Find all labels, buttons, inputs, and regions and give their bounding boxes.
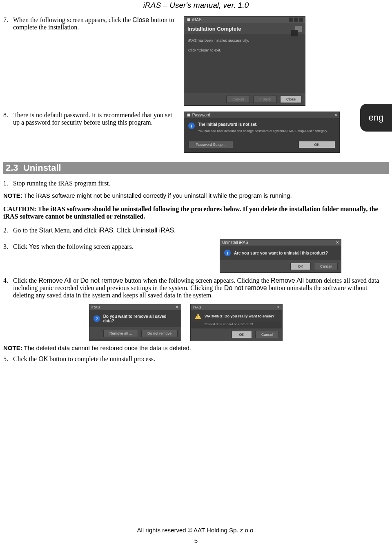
close-icon[interactable]: ✕: [277, 305, 280, 309]
uninstall-step-3-row: 3. Click Yes when the following screen a…: [3, 239, 389, 273]
pw-dialog-title: Password: [192, 113, 210, 117]
note-1-label: NOTE:: [3, 192, 22, 199]
u-step1-num: 1.: [3, 180, 11, 187]
caution-text: CAUTION: The iRAS software should be uni…: [3, 205, 389, 220]
erase-body: WARNING: Do you really want to erase?: [191, 310, 282, 322]
step-8-text: There is no default password. It is reco…: [13, 112, 180, 126]
u-step5-text: Click the OK button to complete the unin…: [13, 355, 389, 363]
page-number: 5: [0, 537, 392, 544]
close-icon[interactable]: ✕: [336, 240, 339, 245]
confirm-msg: Are you sure you want to uninstall this …: [234, 251, 328, 255]
start-word: Start: [39, 227, 53, 234]
note-2: NOTE: The deleted data cannot be restore…: [3, 344, 389, 351]
erase-titlebar-text: iRAS: [193, 305, 201, 309]
section-title: Uninstall: [23, 163, 61, 173]
warning-icon: [195, 313, 201, 319]
do-not-remove-word: Do not remove: [80, 277, 123, 284]
cancel-button[interactable]: Cancel: [255, 331, 279, 338]
section-2-3-header: 2.3 Uninstall: [3, 162, 389, 174]
remove-msg: Do you want to remove all saved data?: [103, 314, 177, 323]
step-7-text-a: When the following screen appears, click…: [13, 16, 132, 23]
u-step1-text: Stop running the iRAS program first.: [13, 180, 389, 187]
erase-titlebar: iRAS ✕: [191, 304, 282, 310]
u-step4-text: Click the Remove All or Do not remove bu…: [13, 277, 389, 299]
cancel-button[interactable]: Cancel: [226, 96, 250, 103]
password-dialog: 🔲 Password ✕ i The initial password is n…: [184, 112, 340, 153]
remove-body: ? Do you want to remove all saved data?: [89, 310, 181, 327]
step-7: 7. When the following screen appears, cl…: [3, 16, 180, 31]
ok-button[interactable]: OK: [232, 331, 252, 338]
uninstall-step-1: 1. Stop running the iRAS program first.: [3, 180, 389, 187]
ok-button[interactable]: OK: [290, 263, 311, 270]
uninstall-step-5: 5. Click the OK button to complete the u…: [3, 355, 389, 363]
back-button[interactable]: < Back: [253, 96, 277, 103]
footer-copyright: All rights reserved © AAT Holding Sp. z …: [0, 527, 392, 534]
remove-all-word-2: Remove All: [271, 277, 304, 284]
step-7-text: When the following screen appears, click…: [13, 16, 180, 31]
remove-data-dialog: iRAS ✕ ? Do you want to remove all saved…: [89, 304, 181, 341]
uninstall-iras-word: Uninstall iRAS: [132, 227, 174, 234]
install-complete-dialog: 🔲 iRAS Installation Complete iRAS has be…: [184, 16, 305, 106]
info-icon: i: [188, 123, 195, 129]
install-dialog-title: Installation Complete: [187, 26, 241, 32]
cancel-button[interactable]: Cancel: [314, 263, 338, 270]
question-icon: ?: [94, 315, 100, 322]
pw-line2: You can add user account and change pass…: [198, 129, 335, 133]
install-dialog-body: iRAS has been installed successfully. Cl…: [184, 34, 305, 93]
confirm-titlebar-text: Uninstall iRAS: [222, 240, 248, 245]
install-dialog-titlebar: 🔲 iRAS: [184, 17, 305, 23]
iras-word: iRAS: [98, 227, 113, 234]
step-4-screenshots: iRAS ✕ ? Do you want to remove all saved…: [89, 304, 389, 341]
step-8: 8. There is no default password. It is r…: [3, 112, 180, 126]
step-8-num: 8.: [3, 112, 11, 126]
section-num: 2.3: [6, 163, 18, 173]
note-2-text: The deleted data cannot be restored once…: [22, 344, 191, 351]
close-icon[interactable]: ✕: [176, 305, 179, 309]
ok-word: OK: [38, 355, 48, 362]
close-word: Close: [132, 16, 149, 23]
do-not-remove-button[interactable]: Do not remove: [141, 330, 178, 337]
uninstall-confirm-dialog: Uninstall iRAS ✕ i Are you sure you want…: [220, 239, 341, 273]
u-step2-text: Go to the Start Menu, and click iRAS. Cl…: [13, 227, 389, 234]
remove-all-button[interactable]: Remove all ...: [103, 330, 138, 337]
install-dialog-titlebar-text: 🔲 iRAS: [186, 18, 202, 22]
uninstall-step-2: 2. Go to the Start Menu, and click iRAS.…: [3, 227, 389, 234]
language-tab-eng: eng: [360, 104, 392, 132]
u-step2-num: 2.: [3, 227, 11, 234]
erase-warning-dialog: iRAS ✕ WARNING: Do you really want to er…: [190, 304, 283, 341]
install-dialog-buttons: Cancel < Back Close: [184, 93, 305, 105]
note-2-label: NOTE:: [3, 344, 22, 351]
u-step5-num: 5.: [3, 355, 11, 363]
pw-dialog-buttons: Password Setup... OK: [184, 139, 339, 152]
password-setup-button[interactable]: Password Setup...: [188, 141, 233, 148]
uninstall-step-4: 4. Click the Remove All or Do not remove…: [3, 277, 389, 299]
close-icon[interactable]: ✕: [334, 113, 337, 117]
doc-header-title: iRAS – User's manual, ver. 1.0: [3, 1, 389, 10]
install-body-line2: Click "Close" to exit.: [188, 47, 301, 53]
ok-button[interactable]: OK: [298, 141, 335, 148]
install-dialog-header: Installation Complete: [184, 23, 305, 34]
yes-word: Yes: [29, 243, 40, 250]
remove-titlebar: iRAS ✕: [89, 304, 181, 310]
note-1-text: The iRAS software might not be uninstall…: [22, 192, 292, 199]
window-buttons[interactable]: [288, 18, 303, 22]
u-step3-text: Click Yes when the following screen appe…: [13, 243, 179, 250]
step-7-num: 7.: [3, 16, 11, 31]
remove-titlebar-text: iRAS: [91, 305, 100, 309]
u-step3-num: 3.: [3, 243, 11, 250]
remove-all-word: Remove All: [38, 277, 71, 284]
installer-deco-icon: [288, 26, 302, 36]
erase-msg: WARNING: Do you really want to erase?: [205, 314, 274, 318]
pw-dialog-titlebar: 🔲 Password ✕: [184, 112, 339, 118]
install-body-line1: iRAS has been installed successfully.: [188, 38, 301, 43]
pw-line1: The initial password is not set.: [198, 122, 258, 127]
pw-dialog-body: i The initial password is not set. You c…: [184, 118, 339, 139]
confirm-body: i Are you sure you want to uninstall thi…: [220, 246, 341, 260]
uninstall-step-3: 3. Click Yes when the following screen a…: [3, 243, 179, 250]
do-not-remove-word-2: Do not remove: [224, 284, 267, 291]
u-step4-num: 4.: [3, 277, 11, 299]
info-icon: i: [224, 250, 231, 256]
close-button[interactable]: Close: [280, 96, 302, 103]
note-1: NOTE: The iRAS software might not be uni…: [3, 192, 389, 199]
erase-sub: Erased data cannot be restored!!!: [191, 322, 282, 328]
